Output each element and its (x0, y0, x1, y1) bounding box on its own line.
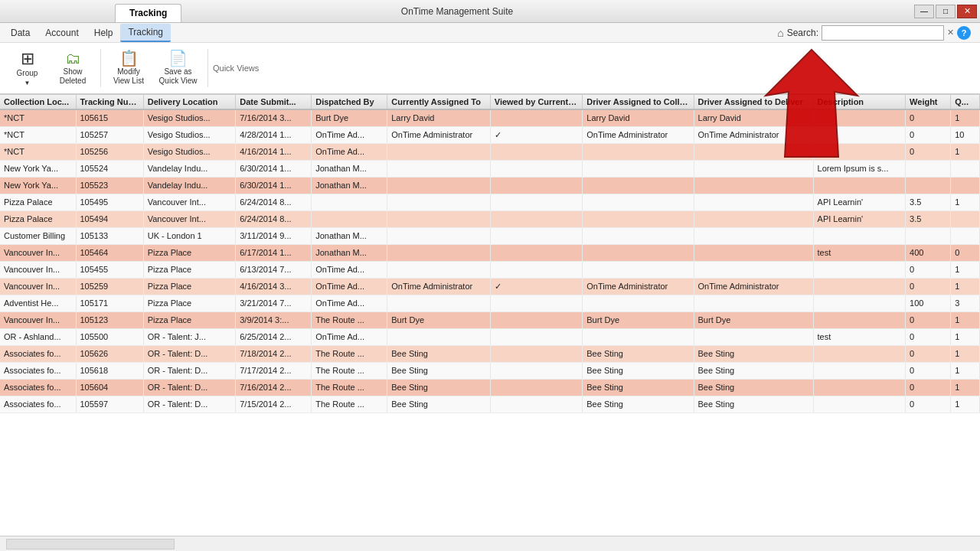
table-cell: 6/13/2014 7... (236, 261, 312, 278)
col-header-date[interactable]: Date Submit... (236, 95, 312, 109)
table-cell (813, 396, 906, 412)
col-header-delivery[interactable]: Delivery Location (143, 95, 236, 109)
modify-view-button[interactable]: 📋 Modify View List (106, 46, 152, 90)
close-button[interactable]: ✕ (957, 5, 977, 18)
table-cell: 105257 (76, 126, 143, 143)
table-cell: Vancouver Int... (143, 210, 236, 227)
table-cell: 0 (906, 126, 951, 143)
search-input[interactable] (822, 25, 944, 41)
col-header-driver-collect[interactable]: Driver Assigned to Collect (583, 95, 694, 109)
table-row[interactable]: *NCT105257Vesigo Studios...4/28/2014 1..… (0, 126, 980, 143)
table-cell: test (813, 244, 906, 261)
table-row[interactable]: Associates fo...105626OR - Talent: D...7… (0, 345, 980, 362)
table-container: Collection Loc... Tracking Number Delive… (0, 95, 980, 536)
save-quick-view-button[interactable]: 📄 Save as Quick View (153, 46, 203, 90)
table-cell: 6/30/2014 1... (236, 160, 312, 177)
col-header-desc[interactable]: Description (813, 95, 906, 109)
col-header-weight[interactable]: Weight (906, 95, 951, 109)
table-row[interactable]: Associates fo...105604OR - Talent: D...7… (0, 379, 980, 396)
table-row[interactable]: Vancouver In...105123Pizza Place3/9/2014… (0, 311, 980, 328)
table-cell (387, 177, 491, 194)
table-cell: Vancouver In... (0, 311, 76, 328)
table-row[interactable]: Associates fo...105597OR - Talent: D...7… (0, 396, 980, 412)
table-cell (813, 261, 906, 278)
table-cell: 0 (906, 362, 951, 379)
table-row[interactable]: New York Ya...105523Vandelay Indu...6/30… (0, 177, 980, 194)
table-cell (813, 379, 906, 396)
table-row[interactable]: OR - Ashland...105500OR - Talent: J...6/… (0, 328, 980, 345)
table-cell: New York Ya... (0, 177, 76, 194)
table-cell: 6/17/2014 1... (236, 244, 312, 261)
maximize-button[interactable]: □ (936, 5, 956, 18)
show-deleted-icon: 🗂 (65, 51, 80, 66)
table-cell: OnTime Administrator (387, 126, 491, 143)
minimize-button[interactable]: — (914, 5, 934, 18)
table-cell (583, 227, 694, 244)
table-row[interactable]: Associates fo...105618OR - Talent: D...7… (0, 362, 980, 379)
title-tab[interactable]: Tracking (115, 4, 181, 22)
table-row[interactable]: *NCT105615Vesigo Studios...7/16/2014 3..… (0, 109, 980, 126)
table-cell (387, 160, 491, 177)
table-cell: The Route ... (312, 311, 387, 328)
table-cell: 0 (951, 244, 980, 261)
group-button[interactable]: ⊞ Group ▼ (6, 46, 48, 90)
table-cell (694, 177, 813, 194)
col-header-dispatch[interactable]: Dispatched By (312, 95, 387, 109)
col-header-driver-deliver[interactable]: Driver Assigned to Deliver (694, 95, 813, 109)
col-header-viewed[interactable]: Viewed by Current U... (490, 95, 583, 109)
table-cell: Bee Sting (583, 379, 694, 396)
table-row[interactable]: Adventist He...105171Pizza Place3/21/201… (0, 295, 980, 311)
col-header-loc[interactable]: Collection Loc... (0, 95, 76, 109)
table-cell: 1 (951, 396, 980, 412)
table-row[interactable]: Customer Billing105133UK - London 13/11/… (0, 227, 980, 244)
table-cell: Associates fo... (0, 362, 76, 379)
table-cell: 1 (951, 345, 980, 362)
table-row[interactable]: New York Ya...105524Vandelay Indu...6/30… (0, 160, 980, 177)
table-cell: Bee Sting (583, 362, 694, 379)
table-cell (813, 227, 906, 244)
table-cell: 0 (906, 278, 951, 295)
table-cell: 0 (906, 345, 951, 362)
table-cell: 1 (951, 143, 980, 160)
menu-help[interactable]: Help (87, 24, 121, 41)
table-row[interactable]: Vancouver In...105455Pizza Place6/13/201… (0, 261, 980, 278)
menu-data[interactable]: Data (3, 24, 38, 41)
table-row[interactable]: Pizza Palace105495Vancouver Int...6/24/2… (0, 194, 980, 210)
table-cell: Pizza Place (143, 295, 236, 311)
table-cell (813, 345, 906, 362)
scroll-left-area[interactable] (6, 539, 175, 549)
table-cell (906, 227, 951, 244)
table-cell: Vesigo Studios... (143, 143, 236, 160)
table-cell (583, 328, 694, 345)
help-button[interactable]: ? (957, 26, 971, 40)
table-cell (387, 227, 491, 244)
table-row[interactable]: *NCT105256Vesigo Studios...4/16/2014 1..… (0, 143, 980, 160)
table-cell (583, 261, 694, 278)
table-row[interactable]: Pizza Palace105494Vancouver Int...6/24/2… (0, 210, 980, 227)
table-cell (813, 143, 906, 160)
table-cell: 6/30/2014 1... (236, 177, 312, 194)
col-header-assigned[interactable]: Currently Assigned To (387, 95, 491, 109)
menu-tracking[interactable]: Tracking (120, 24, 171, 42)
table-cell: 10 (951, 126, 980, 143)
col-header-qty[interactable]: Q... (951, 95, 980, 109)
table-cell: Pizza Place (143, 311, 236, 328)
table-cell (490, 396, 583, 412)
table-cell (387, 244, 491, 261)
table-cell: ✓ (490, 278, 583, 295)
table-cell (490, 261, 583, 278)
table-row[interactable]: Vancouver In...105259Pizza Place4/16/201… (0, 278, 980, 295)
table-cell (694, 160, 813, 177)
table-cell: 0 (906, 396, 951, 412)
table-cell (906, 160, 951, 177)
table-cell: 6/25/2014 2... (236, 328, 312, 345)
show-deleted-button[interactable]: 🗂 Show Deleted (50, 46, 96, 90)
col-header-tracking[interactable]: Tracking Number (76, 95, 143, 109)
table-cell: 7/16/2014 3... (236, 109, 312, 126)
table-cell: Bee Sting (694, 345, 813, 362)
table-row[interactable]: Vancouver In...105464Pizza Place6/17/201… (0, 244, 980, 261)
menu-account[interactable]: Account (38, 24, 86, 41)
search-clear-icon[interactable]: ✕ (947, 28, 954, 37)
table-cell: 400 (906, 244, 951, 261)
table-cell: OR - Talent: D... (143, 362, 236, 379)
